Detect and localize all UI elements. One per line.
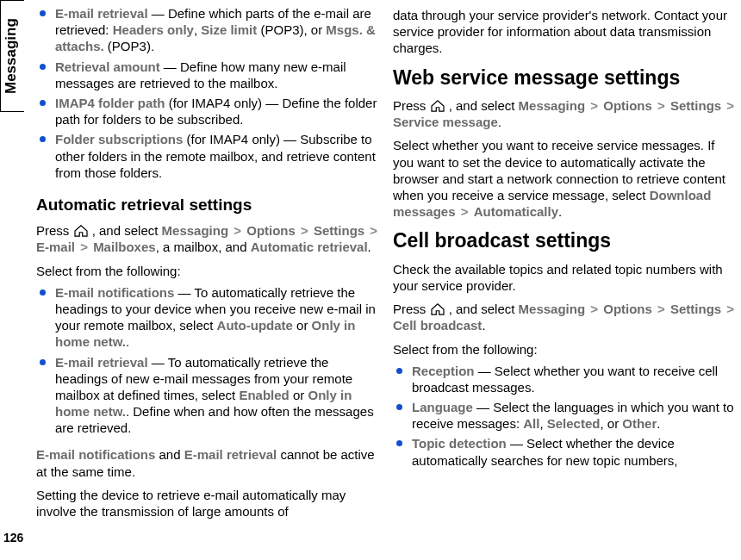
bullet-email-notifications: E-mail notifications — To automatically … xyxy=(36,284,379,351)
text: , a mailbox, and xyxy=(156,240,251,254)
heading-cell-broadcast: Cell broadcast settings xyxy=(393,228,736,253)
crumb-automatically: Automatically xyxy=(474,204,558,219)
crumb-cell-broadcast: Cell broadcast xyxy=(393,318,482,333)
opt-enabled: Enabled xyxy=(239,388,289,402)
opt-other: Other xyxy=(622,416,657,431)
crumb-settings: Settings xyxy=(314,223,364,238)
page-number: 126 xyxy=(3,531,23,544)
text: or xyxy=(293,318,312,333)
notifications-retrieval-note: E-mail notifications and E-mail retrieva… xyxy=(36,446,379,479)
auto-retrieval-warning-cont: data through your service provider's net… xyxy=(393,7,736,57)
auto-retrieval-list: E-mail notifications — To automatically … xyxy=(36,284,379,440)
web-service-desc: Select whether you want to receive servi… xyxy=(393,137,736,220)
term-email-retrieval: E-mail retrieval xyxy=(55,6,148,21)
text: , and select xyxy=(89,223,162,238)
cell-broadcast-list: Reception — Select whether you want to r… xyxy=(393,363,736,472)
auto-retrieval-path: Press , and select Messaging > Options >… xyxy=(36,222,379,255)
bullet-email-retrieval-parts: E-mail retrieval — Define which parts of… xyxy=(36,5,379,55)
crumb-settings: Settings xyxy=(670,98,721,113)
opt-all: All xyxy=(523,416,539,431)
chevron-right-icon: > xyxy=(296,223,314,238)
cell-broadcast-path: Press , and select Messaging > Options >… xyxy=(393,301,736,333)
select-from-label: Select from the following: xyxy=(393,341,736,358)
opt-auto-update: Auto-update xyxy=(217,318,293,333)
text: Press xyxy=(393,302,430,316)
chevron-right-icon: > xyxy=(364,223,379,238)
crumb-options: Options xyxy=(603,302,652,316)
term-imap4-folder-path: IMAP4 folder path xyxy=(55,96,165,110)
right-column: data through your service provider's net… xyxy=(393,5,736,555)
text: , xyxy=(539,416,546,431)
text: . xyxy=(126,334,129,349)
text: . xyxy=(368,240,371,254)
two-column-layout: E-mail retrieval — Define which parts of… xyxy=(0,0,741,560)
chevron-right-icon: > xyxy=(721,98,736,113)
text: Press xyxy=(393,98,430,113)
text: , and select xyxy=(445,98,519,113)
chevron-right-icon: > xyxy=(585,98,603,113)
crumb-settings: Settings xyxy=(670,302,721,316)
term-email-notifications: E-mail notifications xyxy=(55,285,174,300)
crumb-email: E-mail xyxy=(36,240,75,254)
crumb-service-message: Service message xyxy=(393,115,498,129)
crumb-messaging: Messaging xyxy=(519,98,586,113)
term-topic-detection: Topic detection xyxy=(412,436,507,451)
cell-broadcast-intro: Check the available topics and related t… xyxy=(393,261,736,294)
term-language: Language xyxy=(412,400,473,414)
opt-selected: Selected xyxy=(547,416,601,431)
chevron-right-icon: > xyxy=(75,240,93,254)
text: (POP3). xyxy=(104,39,154,53)
chevron-right-icon: > xyxy=(456,204,474,219)
left-column: E-mail retrieval — Define which parts of… xyxy=(36,5,379,555)
home-key-icon xyxy=(430,302,445,314)
text: . xyxy=(498,115,501,129)
term-folder-subscriptions: Folder subscriptions xyxy=(55,132,183,146)
bullet-reception: Reception — Select whether you want to r… xyxy=(393,363,736,395)
bullet-auto-email-retrieval: E-mail retrieval — To automatically retr… xyxy=(36,354,379,437)
select-from-label: Select from the following: xyxy=(36,263,379,279)
text: and xyxy=(155,447,184,462)
chevron-right-icon: > xyxy=(228,223,246,238)
crumb-options: Options xyxy=(603,98,652,113)
crumb-mailboxes: Mailboxes xyxy=(93,240,156,254)
bullet-imap4-folder-path: IMAP4 folder path (for IMAP4 only) — Def… xyxy=(36,95,379,128)
term-email-retrieval-auto: E-mail retrieval xyxy=(55,355,148,370)
text: , and select xyxy=(445,302,519,316)
home-key-icon xyxy=(430,99,445,111)
section-tab-messaging: Messaging xyxy=(0,0,24,112)
bullet-retrieval-amount: Retrieval amount — Define how many new e… xyxy=(36,59,379,91)
web-service-path: Press , and select Messaging > Options >… xyxy=(393,97,736,130)
auto-retrieval-warning-start: Setting the device to retrieve e-mail au… xyxy=(36,487,379,520)
text: , xyxy=(194,22,201,37)
crumb-messaging: Messaging xyxy=(519,302,586,316)
term-reception: Reception xyxy=(412,364,475,378)
text: or xyxy=(290,388,308,402)
text: . xyxy=(558,204,562,219)
term-email-retrieval-ref: E-mail retrieval xyxy=(184,447,277,462)
chevron-right-icon: > xyxy=(721,302,736,316)
term-email-notifications-ref: E-mail notifications xyxy=(36,447,155,462)
chevron-right-icon: > xyxy=(652,302,670,316)
text: (POP3), or xyxy=(257,22,326,37)
opt-size-limit: Size limit xyxy=(201,22,257,37)
heading-web-service-message: Web service message settings xyxy=(393,65,736,90)
heading-automatic-retrieval: Automatic retrieval settings xyxy=(36,195,379,215)
chevron-right-icon: > xyxy=(652,98,670,113)
term-retrieval-amount: Retrieval amount xyxy=(55,59,160,74)
crumb-options: Options xyxy=(246,223,296,238)
bullet-topic-detection: Topic detection — Select whether the dev… xyxy=(393,435,736,468)
bullet-language: Language — Select the languages in which… xyxy=(393,399,736,432)
crumb-automatic-retrieval: Automatic retrieval xyxy=(251,240,368,254)
bullet-folder-subscriptions: Folder subscriptions (for IMAP4 only) — … xyxy=(36,131,379,181)
text: , or xyxy=(600,416,622,431)
text: Press xyxy=(36,223,73,238)
text: . xyxy=(657,416,660,431)
crumb-messaging: Messaging xyxy=(162,223,229,238)
opt-headers-only: Headers only xyxy=(113,22,194,37)
chevron-right-icon: > xyxy=(585,302,603,316)
retrieval-settings-list: E-mail retrieval — Define which parts of… xyxy=(36,5,379,184)
text: . xyxy=(482,318,485,333)
home-key-icon xyxy=(73,224,89,236)
